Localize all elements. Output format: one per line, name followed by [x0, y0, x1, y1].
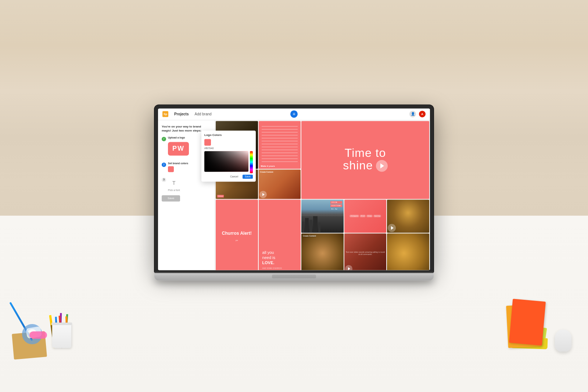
coral-lines-label: Make it yours: [259, 163, 301, 169]
grid-cell-coral-lines[interactable]: Make it yours: [259, 121, 301, 169]
grid-cell-food3[interactable]: Text over video sounds amazing pulling i…: [344, 233, 387, 270]
trackpad[interactable]: [272, 274, 316, 278]
social-tag4: #yummy: [373, 215, 381, 217]
user-avatar[interactable]: 👤: [409, 111, 416, 117]
play-button[interactable]: [376, 160, 388, 172]
food2-label: Create Content: [260, 171, 300, 173]
grid-cell-social[interactable]: #instagram #food #tasty #yummy: [344, 199, 387, 233]
color-picker-hex[interactable]: #f87040: [204, 147, 253, 150]
grid-cell-churros[interactable]: [387, 199, 429, 233]
app-body: You're on your way to brand magic! Just …: [158, 120, 430, 270]
nav-projects[interactable]: Projects: [174, 112, 189, 116]
muffins-label: Create Content: [303, 235, 342, 237]
color-swatch-coral[interactable]: [168, 166, 174, 172]
pencil-cup: [50, 308, 74, 348]
tape-roll-pink: [29, 331, 47, 339]
social-tag3: #tasty: [366, 215, 373, 217]
font-picker-icon[interactable]: T: [168, 180, 180, 186]
social-tag1: #instagram: [349, 215, 359, 217]
play-icon: [380, 163, 384, 168]
header-right: 👤 A: [409, 111, 426, 117]
social-tag2: #food: [360, 215, 366, 217]
step1-check: ✓: [162, 137, 166, 141]
adobe-icon: A: [419, 111, 426, 117]
churros-play[interactable]: [388, 224, 396, 232]
grid-cell-food2[interactable]: Create Content: [259, 169, 301, 199]
laptop: Sp Projects Add brand + 👤 A You're on yo…: [154, 105, 434, 280]
step3-check: 3: [162, 177, 166, 182]
step1-label: Upload a logo: [168, 136, 189, 139]
love-card-text: all youneed isLOVE.: [262, 250, 275, 266]
app-logo-icon: Sp: [162, 111, 168, 117]
app-header: Sp Projects Add brand + 👤 A: [158, 108, 430, 120]
love-card-sub: AND SOME CHURROS: [262, 267, 282, 269]
grid-cell-city[interactable]: SPECIAL HOUR TODAY Ann - Apr: [301, 199, 344, 233]
logo-preview: PW: [168, 142, 189, 155]
grid-cell-love-card[interactable]: all youneed isLOVE. AND SOME CHURROS: [259, 199, 301, 270]
add-button[interactable]: +: [290, 110, 298, 118]
color-picker-swatch[interactable]: [204, 139, 211, 145]
laptop-base: [154, 273, 434, 280]
city-tag2: HOUR TODAY: [330, 204, 342, 207]
city-tag1: SPECIAL: [330, 201, 342, 204]
hero-text-line2: shine: [343, 159, 373, 172]
laptop-base-container: [154, 271, 434, 280]
color-picker-popup: Logo Colors #f87040 Cancel Save: [201, 130, 256, 181]
grid-cell-muffins[interactable]: Create Content: [301, 233, 344, 270]
step2-check: 2: [162, 162, 166, 167]
hero-content: Time to shine: [343, 147, 388, 172]
hue-slider[interactable]: [250, 151, 253, 173]
bakery-tag: bakery: [217, 195, 224, 197]
grid-cell-food4[interactable]: [387, 233, 429, 270]
app-screen: Sp Projects Add brand + 👤 A You're on yo…: [158, 108, 430, 270]
food2-play[interactable]: [259, 191, 267, 198]
color-picker-cancel[interactable]: Cancel: [228, 175, 240, 179]
mouse: [555, 330, 571, 352]
color-gradient-picker[interactable]: [204, 151, 248, 172]
hero-cell[interactable]: Time to shine: [301, 121, 429, 199]
churros-alert-text: Churros Alert!: [222, 231, 252, 236]
city-tag3: Ann - Apr: [330, 208, 342, 210]
color-picker-title: Logo Colors: [204, 133, 253, 137]
notebook-red: [509, 299, 546, 345]
save-button[interactable]: Save: [162, 195, 180, 201]
hero-text-line1: Time to: [343, 147, 388, 159]
grid-cell-churros-alert[interactable]: Churros Alert! pw: [216, 199, 258, 270]
food3-desc: Text over video sounds amazing pulling i…: [344, 249, 387, 257]
font-picker-label: Pick a font: [168, 189, 180, 191]
nav-add-brand[interactable]: Add brand: [194, 112, 211, 116]
churros-alert-sub: pw: [236, 239, 238, 241]
color-picker-save[interactable]: Save: [243, 175, 253, 179]
add-icon: +: [293, 111, 295, 117]
color-picker-actions: Cancel Save: [204, 175, 253, 179]
laptop-screen-bezel: Sp Projects Add brand + 👤 A You're on yo…: [154, 105, 434, 271]
food3-play[interactable]: [345, 265, 352, 270]
